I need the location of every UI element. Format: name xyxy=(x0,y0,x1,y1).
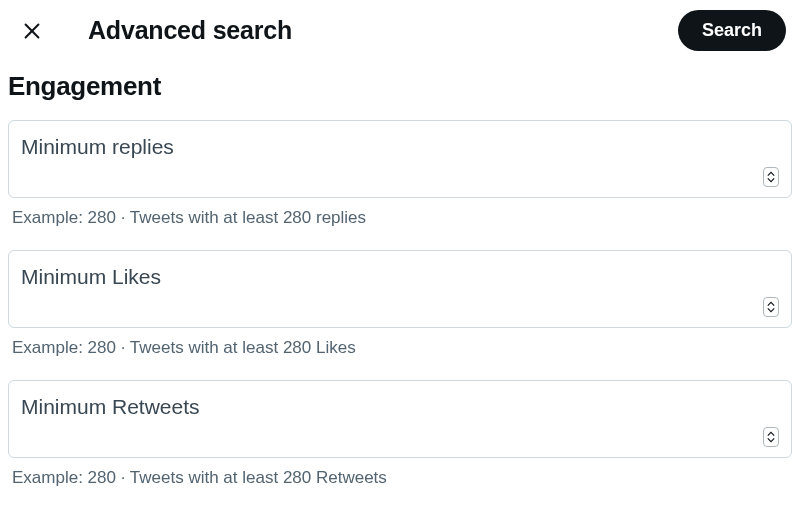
chevron-down-icon xyxy=(767,177,775,183)
page-title: Advanced search xyxy=(88,16,678,45)
chevron-down-icon xyxy=(767,307,775,313)
min-replies-label: Minimum replies xyxy=(21,135,779,159)
min-replies-input[interactable]: Minimum replies xyxy=(8,120,792,198)
min-likes-label: Minimum Likes xyxy=(21,265,779,289)
field-min-likes: Minimum Likes Example: 280 · Tweets with… xyxy=(8,250,792,358)
min-likes-input[interactable]: Minimum Likes xyxy=(8,250,792,328)
min-likes-stepper[interactable] xyxy=(763,297,779,317)
close-icon xyxy=(21,20,43,42)
min-retweets-stepper[interactable] xyxy=(763,427,779,447)
header-bar: Advanced search Search xyxy=(0,0,800,69)
field-min-retweets: Minimum Retweets Example: 280 · Tweets w… xyxy=(8,380,792,488)
min-likes-example: Example: 280 · Tweets with at least 280 … xyxy=(8,338,792,358)
min-retweets-example: Example: 280 · Tweets with at least 280 … xyxy=(8,468,792,488)
field-min-replies: Minimum replies Example: 280 · Tweets wi… xyxy=(8,120,792,228)
min-retweets-input[interactable]: Minimum Retweets xyxy=(8,380,792,458)
engagement-fields: Minimum replies Example: 280 · Tweets wi… xyxy=(0,120,800,488)
chevron-down-icon xyxy=(767,437,775,443)
min-replies-stepper[interactable] xyxy=(763,167,779,187)
section-title: Engagement xyxy=(0,69,800,120)
search-button[interactable]: Search xyxy=(678,10,786,51)
close-button[interactable] xyxy=(14,13,50,49)
min-retweets-label: Minimum Retweets xyxy=(21,395,779,419)
min-replies-example: Example: 280 · Tweets with at least 280 … xyxy=(8,208,792,228)
